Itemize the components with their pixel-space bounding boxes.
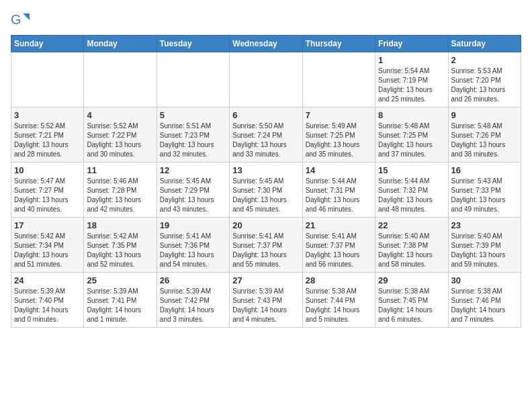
week-row-5: 24Sunrise: 5:39 AM Sunset: 7:40 PM Dayli…	[11, 273, 521, 328]
calendar-cell: 20Sunrise: 5:41 AM Sunset: 7:37 PM Dayli…	[230, 218, 302, 273]
day-number: 25	[87, 275, 153, 285]
calendar-cell: 30Sunrise: 5:38 AM Sunset: 7:46 PM Dayli…	[448, 273, 521, 328]
day-number: 14	[306, 165, 372, 175]
day-info: Sunrise: 5:40 AM Sunset: 7:39 PM Dayligh…	[451, 232, 518, 269]
calendar-cell: 29Sunrise: 5:38 AM Sunset: 7:45 PM Dayli…	[375, 273, 448, 328]
calendar-cell: 9Sunrise: 5:48 AM Sunset: 7:26 PM Daylig…	[448, 107, 521, 163]
day-number: 29	[378, 275, 445, 285]
calendar-cell: 14Sunrise: 5:44 AM Sunset: 7:31 PM Dayli…	[302, 163, 375, 218]
day-info: Sunrise: 5:44 AM Sunset: 7:31 PM Dayligh…	[306, 177, 372, 214]
day-number: 8	[378, 110, 445, 120]
day-info: Sunrise: 5:52 AM Sunset: 7:22 PM Dayligh…	[87, 122, 153, 159]
day-info: Sunrise: 5:53 AM Sunset: 7:20 PM Dayligh…	[451, 66, 518, 104]
calendar-cell: 8Sunrise: 5:48 AM Sunset: 7:25 PM Daylig…	[375, 107, 448, 163]
calendar-cell	[230, 52, 302, 107]
day-info: Sunrise: 5:39 AM Sunset: 7:43 PM Dayligh…	[232, 287, 299, 324]
day-number: 28	[306, 275, 372, 285]
day-number: 5	[160, 110, 226, 120]
day-info: Sunrise: 5:38 AM Sunset: 7:46 PM Dayligh…	[451, 287, 518, 324]
day-number: 16	[451, 165, 518, 175]
day-info: Sunrise: 5:42 AM Sunset: 7:34 PM Dayligh…	[14, 232, 81, 269]
day-number: 21	[306, 220, 372, 230]
day-number: 30	[451, 275, 518, 285]
svg-marker-1	[23, 13, 30, 20]
day-info: Sunrise: 5:48 AM Sunset: 7:26 PM Dayligh…	[451, 122, 518, 159]
col-header-wednesday: Wednesday	[230, 36, 302, 52]
calendar-cell: 27Sunrise: 5:39 AM Sunset: 7:43 PM Dayli…	[230, 273, 302, 328]
col-header-tuesday: Tuesday	[157, 36, 229, 52]
day-number: 22	[378, 220, 445, 230]
calendar-cell: 3Sunrise: 5:52 AM Sunset: 7:21 PM Daylig…	[11, 107, 84, 163]
day-number: 2	[451, 55, 518, 65]
calendar-table: SundayMondayTuesdayWednesdayThursdayFrid…	[11, 35, 521, 328]
day-info: Sunrise: 5:39 AM Sunset: 7:40 PM Dayligh…	[14, 287, 81, 324]
calendar-cell: 24Sunrise: 5:39 AM Sunset: 7:40 PM Dayli…	[11, 273, 84, 328]
col-header-thursday: Thursday	[302, 36, 375, 52]
header: G	[11, 11, 521, 30]
calendar-cell: 12Sunrise: 5:45 AM Sunset: 7:29 PM Dayli…	[157, 163, 229, 218]
day-info: Sunrise: 5:45 AM Sunset: 7:30 PM Dayligh…	[232, 177, 299, 214]
day-number: 24	[14, 275, 81, 285]
day-info: Sunrise: 5:41 AM Sunset: 7:37 PM Dayligh…	[232, 232, 299, 269]
day-info: Sunrise: 5:46 AM Sunset: 7:28 PM Dayligh…	[87, 177, 153, 214]
day-info: Sunrise: 5:44 AM Sunset: 7:32 PM Dayligh…	[378, 177, 445, 214]
calendar-cell	[84, 52, 157, 107]
calendar-cell: 17Sunrise: 5:42 AM Sunset: 7:34 PM Dayli…	[11, 218, 84, 273]
calendar-cell: 25Sunrise: 5:39 AM Sunset: 7:41 PM Dayli…	[84, 273, 157, 328]
day-info: Sunrise: 5:42 AM Sunset: 7:35 PM Dayligh…	[87, 232, 153, 269]
week-row-1: 1Sunrise: 5:54 AM Sunset: 7:19 PM Daylig…	[11, 52, 521, 107]
day-info: Sunrise: 5:41 AM Sunset: 7:36 PM Dayligh…	[160, 232, 226, 269]
day-number: 12	[160, 165, 226, 175]
calendar-cell: 22Sunrise: 5:40 AM Sunset: 7:38 PM Dayli…	[375, 218, 448, 273]
calendar-cell: 15Sunrise: 5:44 AM Sunset: 7:32 PM Dayli…	[375, 163, 448, 218]
calendar-cell: 10Sunrise: 5:47 AM Sunset: 7:27 PM Dayli…	[11, 163, 84, 218]
calendar-cell: 16Sunrise: 5:43 AM Sunset: 7:33 PM Dayli…	[448, 163, 521, 218]
col-header-monday: Monday	[84, 36, 157, 52]
day-number: 6	[232, 110, 299, 120]
week-row-4: 17Sunrise: 5:42 AM Sunset: 7:34 PM Dayli…	[11, 218, 521, 273]
calendar-cell: 1Sunrise: 5:54 AM Sunset: 7:19 PM Daylig…	[375, 52, 448, 107]
calendar-cell: 5Sunrise: 5:51 AM Sunset: 7:23 PM Daylig…	[157, 107, 229, 163]
calendar-cell: 23Sunrise: 5:40 AM Sunset: 7:39 PM Dayli…	[448, 218, 521, 273]
calendar-cell: 2Sunrise: 5:53 AM Sunset: 7:20 PM Daylig…	[448, 52, 521, 107]
calendar-cell: 11Sunrise: 5:46 AM Sunset: 7:28 PM Dayli…	[84, 163, 157, 218]
day-info: Sunrise: 5:39 AM Sunset: 7:41 PM Dayligh…	[87, 287, 153, 324]
day-info: Sunrise: 5:41 AM Sunset: 7:37 PM Dayligh…	[306, 232, 372, 269]
svg-text:G: G	[11, 12, 21, 27]
day-info: Sunrise: 5:48 AM Sunset: 7:25 PM Dayligh…	[378, 122, 445, 159]
week-row-3: 10Sunrise: 5:47 AM Sunset: 7:27 PM Dayli…	[11, 163, 521, 218]
calendar-cell: 7Sunrise: 5:49 AM Sunset: 7:25 PM Daylig…	[302, 107, 375, 163]
day-info: Sunrise: 5:43 AM Sunset: 7:33 PM Dayligh…	[451, 177, 518, 214]
day-number: 19	[160, 220, 226, 230]
day-number: 27	[232, 275, 299, 285]
calendar-cell: 21Sunrise: 5:41 AM Sunset: 7:37 PM Dayli…	[302, 218, 375, 273]
logo: G	[11, 11, 32, 30]
day-number: 1	[378, 55, 445, 65]
calendar-cell: 28Sunrise: 5:38 AM Sunset: 7:44 PM Dayli…	[302, 273, 375, 328]
day-number: 15	[378, 165, 445, 175]
calendar-cell: 4Sunrise: 5:52 AM Sunset: 7:22 PM Daylig…	[84, 107, 157, 163]
col-header-friday: Friday	[375, 36, 448, 52]
day-number: 13	[232, 165, 299, 175]
day-number: 17	[14, 220, 81, 230]
calendar-cell: 26Sunrise: 5:39 AM Sunset: 7:42 PM Dayli…	[157, 273, 229, 328]
day-number: 11	[87, 165, 153, 175]
calendar-cell: 19Sunrise: 5:41 AM Sunset: 7:36 PM Dayli…	[157, 218, 229, 273]
col-header-sunday: Sunday	[11, 36, 84, 52]
day-number: 10	[14, 165, 81, 175]
day-info: Sunrise: 5:39 AM Sunset: 7:42 PM Dayligh…	[160, 287, 226, 324]
calendar-cell	[157, 52, 229, 107]
logo-icon: G	[11, 11, 30, 30]
day-info: Sunrise: 5:40 AM Sunset: 7:38 PM Dayligh…	[378, 232, 445, 269]
day-info: Sunrise: 5:49 AM Sunset: 7:25 PM Dayligh…	[306, 122, 372, 159]
day-number: 4	[87, 110, 153, 120]
day-number: 7	[306, 110, 372, 120]
day-number: 3	[14, 110, 81, 120]
day-number: 23	[451, 220, 518, 230]
day-info: Sunrise: 5:47 AM Sunset: 7:27 PM Dayligh…	[14, 177, 81, 214]
calendar-cell	[11, 52, 84, 107]
day-info: Sunrise: 5:38 AM Sunset: 7:44 PM Dayligh…	[306, 287, 372, 324]
day-info: Sunrise: 5:51 AM Sunset: 7:23 PM Dayligh…	[160, 122, 226, 159]
day-number: 20	[232, 220, 299, 230]
day-info: Sunrise: 5:38 AM Sunset: 7:45 PM Dayligh…	[378, 287, 445, 324]
